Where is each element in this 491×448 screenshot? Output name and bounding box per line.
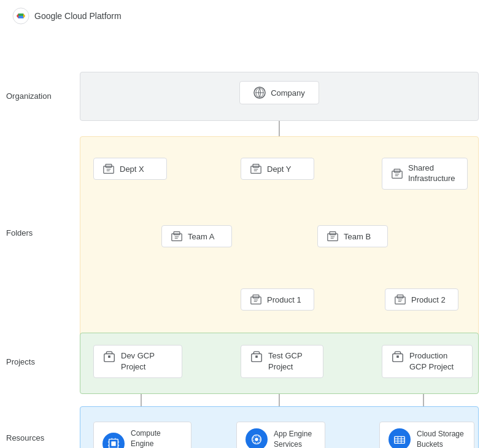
prod-gcp-label: Production GCP Project: [409, 350, 463, 373]
svg-rect-48: [394, 169, 400, 172]
dept-x-node: Dept X: [93, 158, 167, 180]
team-b-node: Team B: [317, 225, 388, 247]
team-a-icon: [171, 231, 183, 242]
cloud-storage-label: Cloud Storage Buckets: [417, 429, 465, 448]
svg-rect-74: [111, 442, 115, 446]
svg-rect-86: [395, 436, 405, 443]
company-node: Company: [239, 81, 319, 104]
resources-label: Resources: [6, 433, 44, 442]
svg-rect-70: [255, 355, 258, 358]
product-2-node: Product 2: [385, 288, 458, 311]
app-engine-label: App Engine Services: [274, 429, 316, 448]
gcp-logo-icon: [12, 7, 29, 25]
test-gcp-icon: [250, 350, 263, 364]
shared-infra-node: Shared Infrastructure: [382, 158, 468, 190]
svg-rect-44: [253, 164, 259, 168]
diagram: Organization Folders Projects Resources …: [0, 32, 491, 448]
svg-point-84: [255, 438, 258, 441]
dept-x-label: Dept X: [120, 164, 144, 174]
svg-rect-52: [174, 232, 180, 235]
cloud-storage-node: Cloud Storage Buckets: [379, 422, 474, 448]
cloud-storage-icon: [389, 428, 411, 448]
dept-y-node: Dept Y: [241, 158, 314, 180]
dev-gcp-node: Dev GCP Project: [93, 345, 182, 378]
svg-rect-72: [396, 355, 399, 358]
compute-engine-icon: [102, 433, 125, 448]
app-engine-icon: [246, 428, 268, 448]
product-2-label: Product 2: [411, 295, 446, 304]
app-engine-node: App Engine Services: [236, 422, 325, 448]
app-title: Google Cloud Platform: [34, 11, 122, 21]
product-1-node: Product 1: [241, 288, 314, 311]
shared-infra-icon: [391, 168, 403, 179]
dept-x-icon: [102, 163, 115, 174]
projects-label: Projects: [6, 357, 35, 366]
test-gcp-label: Test GCP Project: [268, 350, 314, 373]
svg-rect-60: [253, 295, 259, 298]
company-label: Company: [271, 88, 305, 98]
folders-label: Folders: [6, 228, 33, 238]
team-a-node: Team A: [161, 225, 232, 247]
dev-gcp-icon: [102, 350, 116, 364]
compute-engine-label: Compute Engine Instances: [131, 428, 182, 448]
product-1-icon: [250, 294, 262, 305]
svg-rect-40: [106, 164, 112, 168]
team-b-icon: [327, 231, 339, 242]
dept-y-label: Dept Y: [267, 164, 292, 174]
product-2-icon: [394, 294, 406, 305]
shared-infra-label: Shared Infrastructure: [408, 163, 458, 184]
test-gcp-node: Test GCP Project: [241, 345, 323, 378]
dev-gcp-label: Dev GCP Project: [121, 350, 173, 373]
dept-y-icon: [250, 163, 262, 174]
compute-engine-node: Compute Engine Instances: [93, 422, 191, 448]
company-icon: [253, 87, 266, 99]
header: Google Cloud Platform: [0, 0, 491, 32]
prod-gcp-icon: [391, 350, 404, 364]
product-1-label: Product 1: [267, 295, 301, 304]
svg-rect-56: [330, 232, 336, 235]
team-b-label: Team B: [344, 232, 371, 241]
organization-label: Organization: [6, 91, 52, 101]
svg-rect-64: [397, 295, 403, 298]
svg-rect-68: [108, 355, 110, 358]
prod-gcp-node: Production GCP Project: [382, 345, 473, 378]
team-a-label: Team A: [188, 232, 214, 241]
